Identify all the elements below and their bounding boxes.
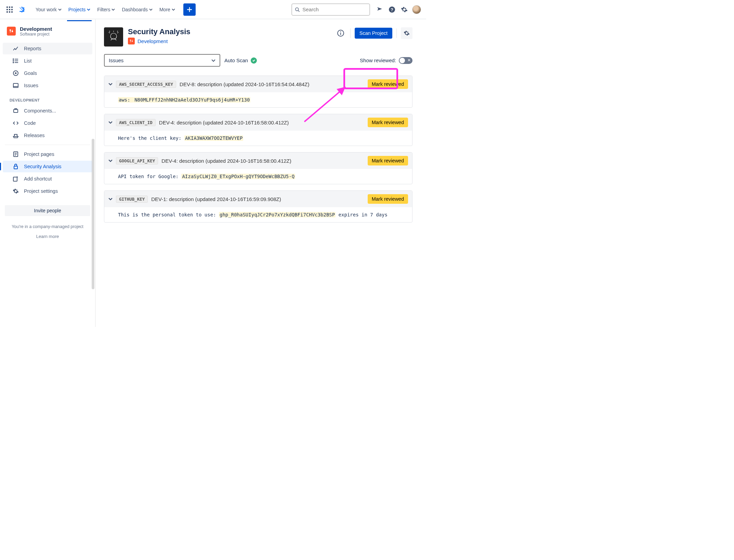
create-button[interactable] (183, 3, 196, 16)
code-icon (12, 120, 19, 126)
search-icon (295, 7, 300, 12)
show-reviewed-toggle[interactable]: ✕ (399, 57, 412, 64)
sidebar-item-label: Add shortcut (24, 176, 52, 182)
svg-text:?: ? (391, 7, 393, 12)
sidebar-item-label: Releases (24, 133, 44, 138)
sidebar-item-label: Code (24, 120, 36, 126)
svg-point-12 (10, 30, 11, 31)
finding-card: GITHUB_KEYDEV-1: description (updated 20… (104, 190, 412, 223)
plus-icon (186, 6, 193, 13)
collapse-icon[interactable] (108, 197, 113, 201)
sidebar-item-list[interactable]: List (3, 55, 92, 67)
chevron-down-icon (112, 8, 115, 11)
finding-title: DEV-8: description (updated 2024-10-16T1… (180, 81, 309, 87)
nav-your-work[interactable]: Your work (33, 5, 64, 14)
sidebar-item-issues[interactable]: Issues (3, 80, 92, 91)
sidebar-item-add-shortcut[interactable]: Add shortcut (3, 173, 92, 185)
search-box[interactable] (291, 3, 370, 16)
sidebar-item-code[interactable]: Code (3, 117, 92, 129)
target-icon (12, 70, 19, 76)
nav-filters[interactable]: Filters (94, 5, 118, 14)
nav-projects[interactable]: Projects (66, 5, 93, 14)
svg-rect-8 (11, 11, 13, 13)
auto-scan-status: Auto Scan (224, 57, 257, 64)
svg-point-13 (12, 31, 13, 32)
sidebar-item-label: Project settings (24, 188, 58, 194)
svg-rect-23 (13, 177, 17, 181)
svg-rect-7 (9, 11, 10, 13)
project-subtitle: Software project (20, 32, 52, 37)
finding-tag: GITHUB_KEY (116, 196, 148, 203)
finding-body: Here's the client key: AKIA3WAXW7OO2TEWV… (104, 131, 412, 146)
sidebar-item-releases[interactable]: Releases (3, 130, 92, 141)
sidebar-item-reports[interactable]: Reports (3, 43, 92, 54)
chevron-down-icon (172, 8, 175, 11)
app-switcher-icon[interactable] (4, 4, 15, 15)
collapse-icon[interactable] (108, 159, 113, 163)
finding-title: DEV-4: description (updated 2024-10-16T1… (161, 158, 291, 164)
avatar-icon (412, 5, 421, 14)
sidebar-item-label: Issues (24, 83, 38, 88)
chevron-down-icon (211, 58, 215, 63)
chevron-down-icon (149, 8, 153, 11)
nav-label: Projects (68, 7, 86, 12)
ship-icon (12, 132, 19, 138)
secret-value: AKIA3WAXW7OO2TEWVYEP (184, 135, 244, 141)
add-shortcut-icon (12, 176, 19, 182)
finding-body: aws: N80MLFFfJ2nhNH2aAeld3OJYuF9qs6j4uHR… (104, 92, 412, 107)
page-title: Security Analysis (128, 27, 191, 36)
collapse-icon[interactable] (108, 120, 113, 124)
project-link[interactable]: Development (137, 38, 168, 44)
finding-card: GOOGLE_API_KEYDEV-4: description (update… (104, 152, 412, 184)
sidebar-item-project-settings[interactable]: Project settings (3, 185, 92, 197)
notifications-icon[interactable] (374, 4, 385, 15)
finding-body: API token for Google: AIzaSyCLWjZ0_ETxgP… (104, 169, 412, 184)
lock-icon (12, 163, 19, 170)
sidebar-section-label: DEVELOPMENT (3, 92, 92, 104)
finding-title: DEV-4: description (updated 2024-10-16T1… (159, 120, 289, 125)
app-avatar-icon (104, 27, 123, 46)
sidebar-item-components[interactable]: Components... (3, 105, 92, 117)
svg-point-14 (13, 59, 14, 59)
svg-point-16 (13, 62, 14, 63)
finding-tag: AWS_SECRET_ACCESS_KEY (116, 81, 176, 88)
finding-header: AWS_CLIENT_IDDEV-4: description (updated… (104, 114, 412, 131)
mark-reviewed-button[interactable]: Mark reviewed (368, 156, 408, 165)
project-header: Development Software project (3, 26, 92, 42)
invite-people-button[interactable]: Invite people (5, 205, 90, 216)
sidebar-footer-note: You're in a company-managed project (3, 224, 92, 229)
mark-reviewed-button[interactable]: Mark reviewed (368, 118, 408, 127)
help-icon[interactable]: ? (386, 4, 397, 15)
svg-point-25 (130, 40, 131, 40)
sidebar-scrollbar[interactable] (92, 139, 94, 289)
scan-project-button[interactable]: Scan Project (355, 28, 392, 39)
nav-more[interactable]: More (157, 5, 178, 14)
show-reviewed-label: Show reviewed: (360, 57, 396, 63)
finding-tag: GOOGLE_API_KEY (116, 157, 158, 164)
finding-header: GITHUB_KEYDEV-1: description (updated 20… (104, 191, 412, 207)
select-value: Issues (109, 57, 123, 63)
info-icon[interactable] (335, 28, 346, 39)
annotation-highlight (343, 68, 398, 89)
learn-more-link[interactable]: Learn more (3, 234, 92, 239)
search-input[interactable] (302, 6, 367, 12)
scope-select[interactable]: Issues (104, 54, 220, 67)
nav-dashboards[interactable]: Dashboards (119, 5, 155, 14)
issues-icon (12, 82, 19, 89)
settings-icon[interactable] (399, 4, 410, 15)
mark-reviewed-button[interactable]: Mark reviewed (368, 194, 408, 204)
svg-rect-19 (13, 83, 18, 88)
sidebar-item-label: List (24, 58, 32, 64)
divider (396, 28, 397, 38)
addon-settings-button[interactable] (401, 27, 412, 39)
sidebar: Development Software project Reports Lis… (0, 19, 96, 327)
profile-avatar[interactable] (411, 4, 422, 15)
project-avatar-icon (7, 27, 16, 36)
sidebar-item-security-analysis[interactable]: Security Analysis (3, 161, 92, 172)
sidebar-item-goals[interactable]: Goals (3, 67, 92, 79)
collapse-icon[interactable] (108, 82, 113, 86)
jira-logo-icon[interactable] (16, 4, 27, 15)
toggle-x-icon: ✕ (407, 58, 411, 63)
sidebar-item-project-pages[interactable]: Project pages (3, 148, 92, 160)
chevron-down-icon (87, 8, 90, 11)
